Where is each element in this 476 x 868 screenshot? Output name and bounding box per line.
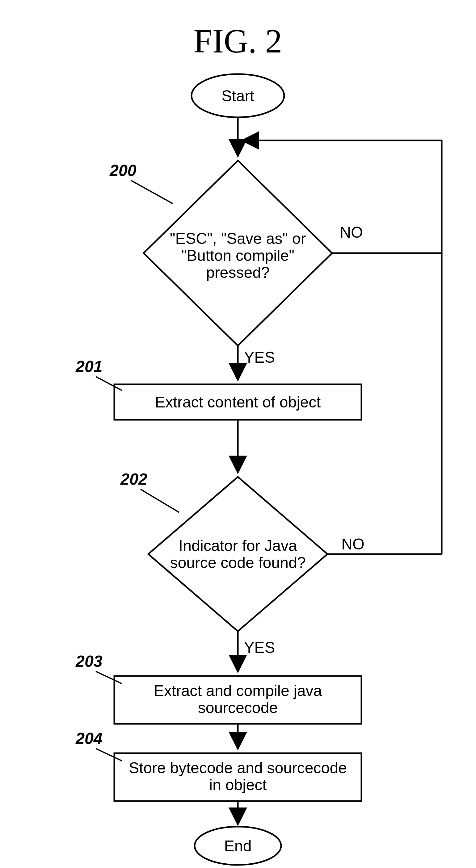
ref-202: 202 [120, 470, 147, 488]
p203-line2: sourcecode [198, 699, 278, 716]
ref-203: 203 [76, 652, 102, 670]
p204-line1: Store bytecode and sourcecode [129, 760, 347, 777]
d202-line1: Indicator for Java [179, 537, 297, 554]
d202-line2: source code found? [170, 554, 305, 571]
ref-201: 201 [76, 358, 102, 375]
flowchart-figure: FIG. 2 Start "ESC", "Save as" or "Button… [0, 0, 476, 868]
figure-title: FIG. 2 [194, 22, 282, 60]
leader-200 [131, 181, 173, 204]
d200-yes-label: YES [244, 349, 275, 366]
ref-204: 204 [76, 730, 102, 747]
d200-line1: "ESC", "Save as" or [170, 230, 306, 247]
d202-no-label: NO [341, 535, 364, 553]
d200-line3: pressed? [206, 264, 270, 281]
leader-202 [141, 489, 179, 513]
d200-line2: "Button compile" [181, 247, 294, 264]
p201-label: Extract content of object [155, 394, 321, 411]
end-label: End [224, 837, 252, 855]
start-label: Start [221, 87, 254, 105]
p203-line1: Extract and compile java [154, 682, 322, 700]
ref-200: 200 [109, 161, 137, 179]
d200-no-label: NO [340, 224, 363, 241]
p204-line2: in object [209, 776, 267, 794]
d202-yes-label: YES [244, 639, 275, 656]
